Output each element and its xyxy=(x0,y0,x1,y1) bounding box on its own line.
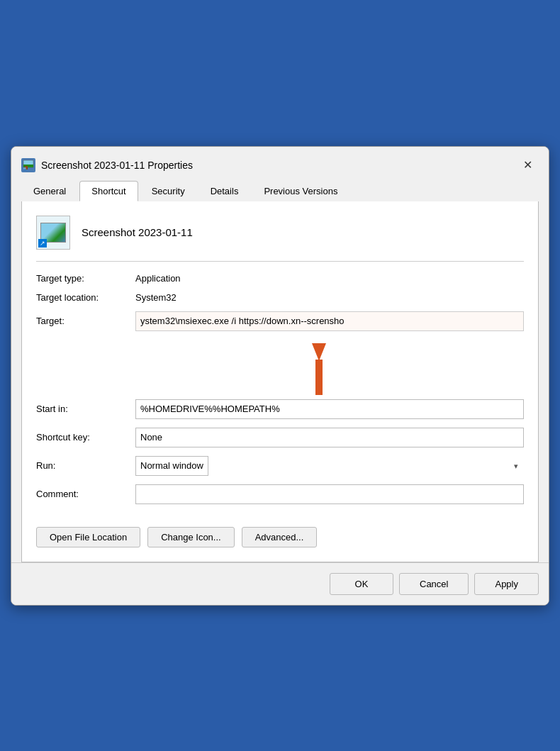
run-row: Run: Normal window Minimized Maximized ▾ xyxy=(36,456,524,476)
file-name: Screenshot 2023-01-11 xyxy=(82,226,193,238)
target-location-value: System32 xyxy=(135,292,177,303)
change-icon-button[interactable]: Change Icon... xyxy=(147,527,235,547)
shortcut-key-row: Shortcut key: xyxy=(36,428,524,447)
dialog-title: Screenshot 2023-01-11 Properties xyxy=(41,160,193,171)
shortcut-key-input[interactable] xyxy=(135,428,524,447)
target-row: Target: xyxy=(36,311,524,331)
run-select-wrapper: Normal window Minimized Maximized ▾ xyxy=(135,456,524,476)
svg-marker-5 xyxy=(312,343,326,361)
footer-buttons: OK Cancel Apply xyxy=(11,562,549,605)
apply-button[interactable]: Apply xyxy=(474,573,539,595)
ok-button[interactable]: OK xyxy=(330,573,393,595)
comment-row: Comment: xyxy=(36,484,524,504)
open-file-location-button[interactable]: Open File Location xyxy=(36,527,140,547)
title-bar-left: Screenshot 2023-01-11 Properties xyxy=(21,158,193,172)
target-input[interactable] xyxy=(135,311,524,331)
run-label: Run: xyxy=(36,460,135,471)
tab-security[interactable]: Security xyxy=(140,181,197,201)
title-bar: Screenshot 2023-01-11 Properties ✕ xyxy=(11,147,549,177)
content-area: ↗ Screenshot 2023-01-11 Target type: App… xyxy=(21,201,539,562)
svg-rect-4 xyxy=(23,167,26,169)
comment-label: Comment: xyxy=(36,489,135,499)
title-icon xyxy=(21,158,35,172)
cancel-button[interactable]: Cancel xyxy=(399,573,469,595)
start-in-input[interactable] xyxy=(135,399,524,419)
comment-input[interactable] xyxy=(135,484,524,504)
shortcut-arrow-icon: ↗ xyxy=(38,239,47,247)
start-in-label: Start in: xyxy=(36,404,135,414)
properties-dialog: Screenshot 2023-01-11 Properties ✕ Gener… xyxy=(11,146,549,606)
target-type-label: Target type: xyxy=(36,273,135,284)
arrow-annotation xyxy=(135,340,524,396)
tabs-bar: General Shortcut Security Details Previo… xyxy=(11,177,549,201)
target-label: Target: xyxy=(36,316,135,326)
file-header: ↗ Screenshot 2023-01-11 xyxy=(36,216,524,262)
tab-shortcut[interactable]: Shortcut xyxy=(79,181,138,201)
shortcut-key-label: Shortcut key: xyxy=(36,432,135,443)
start-in-row: Start in: xyxy=(36,399,524,419)
tab-previous-versions[interactable]: Previous Versions xyxy=(252,181,349,201)
chevron-down-icon: ▾ xyxy=(514,461,518,470)
close-button[interactable]: ✕ xyxy=(516,154,539,177)
svg-rect-6 xyxy=(315,360,323,395)
target-location-label: Target location: xyxy=(36,292,135,303)
target-location-row: Target location: System32 xyxy=(36,292,524,303)
pointing-arrow-icon xyxy=(298,340,347,396)
file-icon-box: ↗ xyxy=(36,216,70,250)
action-buttons: Open File Location Change Icon... Advanc… xyxy=(36,516,524,547)
content-wrapper: ↗ Screenshot 2023-01-11 Target type: App… xyxy=(36,216,524,547)
advanced-button[interactable]: Advanced... xyxy=(242,527,318,547)
target-type-row: Target type: Application xyxy=(36,273,524,284)
target-type-value: Application xyxy=(135,273,181,284)
run-select[interactable]: Normal window Minimized Maximized xyxy=(135,456,208,476)
tab-details[interactable]: Details xyxy=(198,181,251,201)
tab-general[interactable]: General xyxy=(21,181,78,201)
